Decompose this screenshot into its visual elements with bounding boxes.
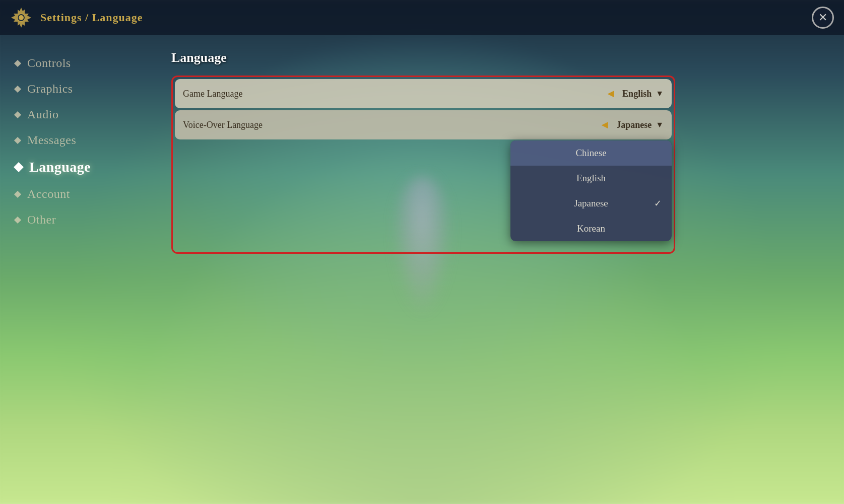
arrow-left-icon: ◄ bbox=[599, 118, 610, 131]
sidebar: Controls Graphics Audio Messages Languag… bbox=[0, 35, 151, 504]
gear-icon bbox=[10, 7, 32, 29]
sidebar-item-audio[interactable]: Audio bbox=[10, 102, 141, 127]
chevron-down-icon: ▼ bbox=[656, 120, 664, 129]
section-title: Language bbox=[171, 50, 824, 65]
diamond-icon bbox=[14, 111, 21, 118]
chevron-down-icon: ▼ bbox=[656, 89, 664, 98]
close-button[interactable]: ✕ bbox=[812, 7, 834, 29]
option-chinese[interactable]: Chinese bbox=[510, 140, 672, 166]
settings-panel: Game Language ◄ English ▼ Voice-Over Lan… bbox=[171, 76, 675, 254]
check-icon: ✓ bbox=[654, 198, 662, 209]
sidebar-item-account[interactable]: Account bbox=[10, 181, 141, 207]
sidebar-item-other[interactable]: Other bbox=[10, 207, 141, 233]
option-japanese[interactable]: Japanese ✓ bbox=[510, 191, 672, 216]
diamond-icon bbox=[14, 85, 21, 92]
option-korean[interactable]: Korean bbox=[510, 216, 672, 241]
game-language-row[interactable]: Game Language ◄ English ▼ bbox=[175, 79, 672, 108]
diamond-icon bbox=[14, 190, 21, 197]
voice-language-label: Voice-Over Language bbox=[183, 120, 599, 130]
voice-language-dropdown: Chinese English Japanese ✓ Korean bbox=[510, 140, 672, 241]
svg-point-2 bbox=[19, 15, 24, 20]
diamond-icon bbox=[14, 59, 21, 66]
voice-language-value: Japanese bbox=[616, 120, 652, 130]
sidebar-item-controls[interactable]: Controls bbox=[10, 50, 141, 76]
sidebar-item-messages[interactable]: Messages bbox=[10, 127, 141, 153]
main-content: Language Game Language ◄ English ▼ Voice… bbox=[151, 35, 844, 504]
game-language-label: Game Language bbox=[183, 89, 605, 99]
arrow-left-icon: ◄ bbox=[605, 87, 616, 100]
diamond-icon bbox=[14, 136, 21, 143]
header-bar: Settings / Language ✕ bbox=[0, 0, 844, 35]
diamond-icon bbox=[14, 162, 24, 172]
option-english[interactable]: English bbox=[510, 166, 672, 191]
diamond-icon bbox=[14, 216, 21, 223]
sidebar-item-language[interactable]: Language bbox=[10, 153, 141, 181]
header-title: Settings / Language bbox=[40, 11, 143, 24]
sidebar-item-graphics[interactable]: Graphics bbox=[10, 76, 141, 102]
game-language-value: English bbox=[622, 89, 652, 99]
voice-language-row[interactable]: Voice-Over Language ◄ Japanese ▼ Chinese… bbox=[175, 110, 672, 139]
